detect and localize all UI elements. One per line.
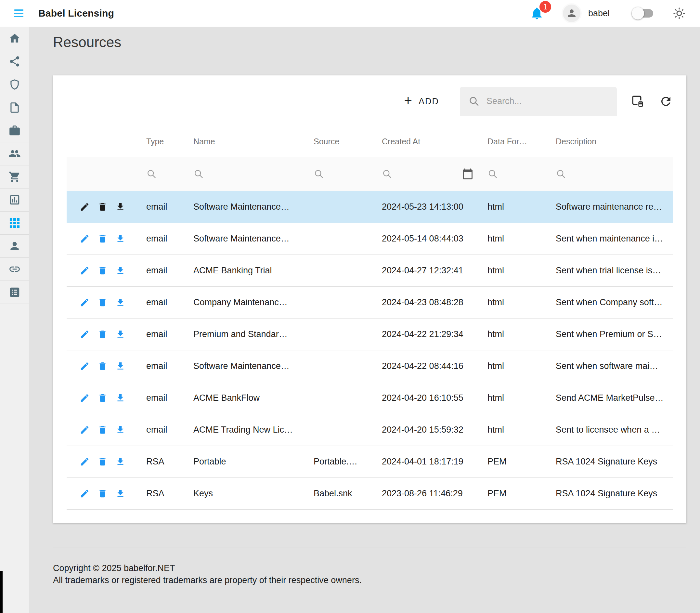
edit-pencil-icon[interactable] bbox=[80, 425, 90, 435]
filter-description[interactable] bbox=[551, 169, 673, 179]
edit-pencil-icon[interactable] bbox=[80, 265, 90, 276]
download-icon[interactable] bbox=[115, 393, 126, 403]
sidebar-item-resources[interactable] bbox=[0, 212, 29, 235]
cell-source: Portable.… bbox=[309, 457, 377, 467]
sidebar-item-documents[interactable] bbox=[0, 96, 29, 119]
header-source[interactable]: Source bbox=[309, 137, 377, 146]
sidebar-item-share[interactable] bbox=[0, 50, 29, 73]
delete-trash-icon[interactable] bbox=[97, 329, 108, 339]
theme-toggle[interactable] bbox=[633, 9, 653, 17]
download-icon[interactable] bbox=[115, 297, 126, 308]
username[interactable]: babel bbox=[588, 9, 610, 18]
sidebar-item-security[interactable] bbox=[0, 73, 29, 96]
delete-trash-icon[interactable] bbox=[97, 265, 108, 276]
footer-divider bbox=[53, 547, 686, 547]
sidebar-item-links[interactable] bbox=[0, 258, 29, 281]
cell-name: Software Maintenance… bbox=[188, 234, 309, 244]
edit-pencil-icon[interactable] bbox=[80, 234, 90, 244]
table-row[interactable]: email ACME BankFlow 2024-04-20 16:10:55 … bbox=[67, 382, 673, 414]
download-icon[interactable] bbox=[115, 265, 126, 276]
sidebar-item-home[interactable] bbox=[0, 27, 29, 50]
delete-trash-icon[interactable] bbox=[97, 393, 108, 403]
delete-trash-icon[interactable] bbox=[97, 425, 108, 435]
sun-brightness-icon[interactable] bbox=[672, 6, 686, 21]
delete-trash-icon[interactable] bbox=[97, 234, 108, 244]
table-row[interactable]: email Premium and Standar… 2024-04-22 21… bbox=[67, 318, 673, 350]
toggle-thumb[interactable] bbox=[632, 7, 644, 19]
sidebar-item-orders[interactable] bbox=[0, 166, 29, 188]
delete-trash-icon[interactable] bbox=[97, 457, 108, 467]
add-button[interactable]: + ADD bbox=[404, 96, 439, 107]
filter-name[interactable] bbox=[188, 169, 309, 179]
sidebar-item-reports[interactable] bbox=[0, 188, 29, 212]
cell-type: email bbox=[141, 297, 188, 308]
avatar[interactable] bbox=[563, 4, 580, 22]
header-type[interactable]: Type bbox=[141, 137, 188, 146]
cell-created-at: 2024-04-22 08:44:16 bbox=[377, 361, 483, 371]
sidebar-item-products[interactable] bbox=[0, 119, 29, 142]
header-created-at[interactable]: Created At bbox=[377, 137, 483, 146]
edit-pencil-icon[interactable] bbox=[80, 202, 90, 212]
row-actions bbox=[67, 457, 141, 467]
cell-description: RSA 1024 Signature Keys bbox=[551, 457, 673, 467]
download-icon[interactable] bbox=[115, 234, 126, 244]
cell-created-at: 2024-05-23 14:13:00 bbox=[377, 202, 483, 212]
table-row[interactable]: email Software Maintenance… 2024-04-22 0… bbox=[67, 350, 673, 382]
search-box[interactable] bbox=[460, 87, 617, 116]
filter-data-format[interactable] bbox=[483, 169, 551, 179]
table-row[interactable]: RSA Portable Portable.… 2024-04-01 18:17… bbox=[67, 446, 673, 478]
group-icon bbox=[9, 147, 21, 160]
cell-type: email bbox=[141, 361, 188, 371]
table-row[interactable]: email ACME Trading New Lic… 2024-04-20 1… bbox=[67, 414, 673, 446]
table-row[interactable]: email Software Maintenance… 2024-05-23 1… bbox=[67, 191, 673, 223]
edit-pencil-icon[interactable] bbox=[80, 297, 90, 308]
table-row[interactable]: email ACME Banking Trial 2024-04-27 12:3… bbox=[67, 255, 673, 287]
column-chooser-button[interactable] bbox=[631, 94, 645, 108]
row-actions bbox=[67, 329, 141, 339]
table-row[interactable]: RSA Keys Babel.snk 2023-08-26 11:46:29 P… bbox=[67, 478, 673, 510]
grid-toolbar: + ADD bbox=[67, 87, 673, 116]
cell-name: Company Maintenanc… bbox=[188, 297, 309, 308]
sidebar-item-logs[interactable] bbox=[0, 281, 29, 304]
header-data-format[interactable]: Data For… bbox=[483, 137, 551, 146]
edit-pencil-icon[interactable] bbox=[80, 393, 90, 403]
search-input[interactable] bbox=[487, 96, 610, 106]
delete-trash-icon[interactable] bbox=[97, 202, 108, 212]
filter-source[interactable] bbox=[309, 169, 377, 179]
sidebar-item-account[interactable] bbox=[0, 235, 29, 258]
delete-trash-icon[interactable] bbox=[97, 297, 108, 308]
header-name[interactable]: Name bbox=[188, 137, 309, 146]
row-actions bbox=[67, 488, 141, 499]
table-row[interactable]: email Software Maintenance… 2024-05-14 0… bbox=[67, 223, 673, 255]
table-filter-row bbox=[67, 157, 673, 191]
header-description[interactable]: Description bbox=[551, 137, 673, 146]
download-icon[interactable] bbox=[115, 425, 126, 435]
edit-pencil-icon[interactable] bbox=[80, 329, 90, 339]
row-actions bbox=[67, 202, 141, 212]
calendar-button[interactable] bbox=[462, 168, 474, 180]
refresh-button[interactable] bbox=[659, 94, 673, 108]
cell-data-format: html bbox=[483, 202, 551, 212]
download-icon[interactable] bbox=[115, 457, 126, 467]
edit-pencil-icon[interactable] bbox=[80, 361, 90, 371]
filter-created-at[interactable] bbox=[377, 168, 483, 180]
table-row[interactable]: email Company Maintenanc… 2024-04-23 08:… bbox=[67, 287, 673, 318]
download-icon[interactable] bbox=[115, 329, 126, 339]
main-content: Resources + ADD bbox=[29, 27, 700, 613]
row-actions bbox=[67, 361, 141, 371]
page-title: Resources bbox=[53, 34, 686, 50]
menu-icon[interactable] bbox=[14, 10, 23, 17]
delete-trash-icon[interactable] bbox=[97, 361, 108, 371]
download-icon[interactable] bbox=[115, 488, 126, 499]
sidebar-item-customers[interactable] bbox=[0, 142, 29, 166]
download-icon[interactable] bbox=[115, 361, 126, 371]
edit-pencil-icon[interactable] bbox=[80, 457, 90, 467]
edit-pencil-icon[interactable] bbox=[80, 488, 90, 499]
delete-trash-icon[interactable] bbox=[97, 488, 108, 499]
trademark-line: All trademarks or registered trademarks … bbox=[53, 574, 686, 586]
filter-type[interactable] bbox=[141, 169, 188, 179]
cell-name: ACME BankFlow bbox=[188, 393, 309, 403]
cell-data-format: PEM bbox=[483, 457, 551, 467]
download-icon[interactable] bbox=[115, 202, 126, 212]
notifications-button[interactable]: 1 bbox=[530, 6, 544, 21]
